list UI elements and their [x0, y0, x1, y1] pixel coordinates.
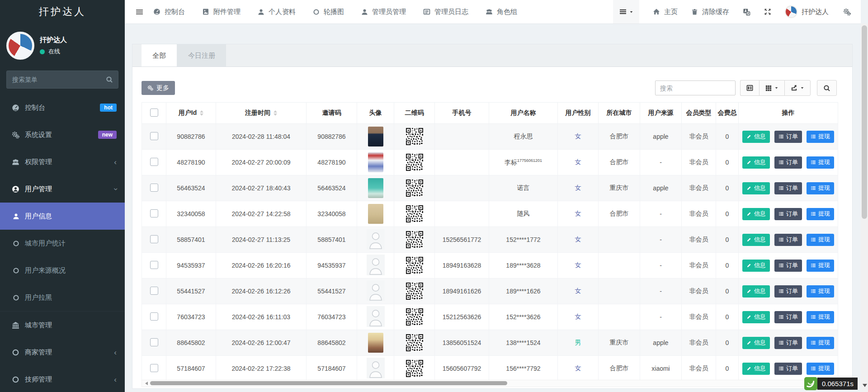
horizontal-scrollbar[interactable]	[142, 380, 838, 387]
withdraw-button[interactable]: 提现	[807, 208, 834, 220]
info-button[interactable]: 信息	[742, 285, 770, 298]
info-button[interactable]: 信息	[742, 131, 770, 143]
withdraw-button[interactable]: 提现	[807, 156, 834, 169]
table-search-input[interactable]	[655, 80, 736, 95]
sidebar-item-user-info[interactable]: 用户信息	[0, 203, 125, 230]
withdraw-button[interactable]: 提现	[807, 234, 834, 246]
row-checkbox[interactable]	[150, 312, 158, 321]
scroll-down-arrow-icon[interactable]	[863, 384, 867, 389]
default-avatar[interactable]	[367, 255, 385, 275]
qr-code[interactable]	[406, 154, 423, 171]
sidebar-item-user-blacklist[interactable]: 用户拉黑	[0, 284, 125, 311]
row-checkbox[interactable]	[150, 364, 158, 372]
vertical-scrollbar-thumb[interactable]	[862, 25, 867, 219]
sidebar-item-technician-management[interactable]: 技师管理 ‹	[0, 366, 125, 392]
col-register-time[interactable]: 注册时间	[216, 103, 307, 124]
sidebar-item-city-user-stats[interactable]: 城市用户统计	[0, 230, 125, 257]
row-checkbox[interactable]	[150, 261, 158, 269]
qr-code[interactable]	[406, 128, 423, 145]
nav-tabs-dropdown-button[interactable]	[613, 0, 639, 24]
orders-button[interactable]: 订单	[774, 208, 802, 220]
qr-code[interactable]	[406, 283, 423, 300]
orders-button[interactable]: 订单	[774, 131, 802, 143]
info-button[interactable]: 信息	[742, 260, 770, 272]
withdraw-button[interactable]: 提现	[807, 311, 834, 323]
nav-tab-attachments[interactable]: 附件管理	[202, 8, 241, 16]
info-button[interactable]: 信息	[742, 234, 770, 246]
avatar[interactable]	[368, 204, 383, 224]
orders-button[interactable]: 订单	[774, 311, 802, 323]
info-button[interactable]: 信息	[742, 156, 770, 169]
avatar[interactable]	[368, 178, 383, 198]
menu-search-input[interactable]	[6, 71, 118, 89]
qr-code[interactable]	[406, 179, 423, 197]
col-user-id[interactable]: 用户Id	[166, 103, 216, 124]
sidebar-item-permissions[interactable]: 权限管理 ‹	[0, 148, 125, 175]
row-checkbox[interactable]	[150, 209, 158, 217]
sidebar-item-city-management[interactable]: 城市管理	[0, 311, 125, 339]
row-checkbox[interactable]	[150, 338, 158, 346]
row-checkbox[interactable]	[150, 184, 158, 192]
withdraw-button[interactable]: 提现	[807, 337, 834, 349]
orders-button[interactable]: 订单	[774, 285, 802, 298]
orders-button[interactable]: 订单	[774, 234, 802, 246]
avatar[interactable]	[368, 152, 383, 172]
sidebar-item-user-source[interactable]: 用户来源概况	[0, 257, 125, 284]
row-checkbox[interactable]	[150, 235, 158, 243]
withdraw-button[interactable]: 提现	[807, 285, 834, 298]
columns-button[interactable]	[759, 80, 784, 96]
fullscreen-button[interactable]	[764, 8, 771, 15]
default-avatar[interactable]	[367, 280, 385, 301]
scroll-left-arrow-icon[interactable]	[143, 382, 148, 385]
avatar[interactable]	[368, 127, 383, 146]
settings-button[interactable]	[843, 8, 851, 16]
nav-tab-admin-log[interactable]: 管理员日志	[423, 8, 468, 16]
default-avatar[interactable]	[367, 229, 385, 250]
sort-icon[interactable]	[200, 109, 203, 118]
horizontal-scrollbar-thumb[interactable]	[150, 381, 507, 385]
qr-code[interactable]	[406, 205, 423, 222]
search-button[interactable]	[817, 80, 837, 96]
info-button[interactable]: 信息	[742, 311, 770, 323]
qr-code[interactable]	[406, 334, 423, 351]
info-button[interactable]: 信息	[742, 208, 770, 220]
sidebar-item-settings[interactable]: 系统设置 new	[0, 121, 125, 148]
orders-button[interactable]: 订单	[774, 260, 802, 272]
orders-button[interactable]: 订单	[774, 156, 802, 169]
row-checkbox[interactable]	[150, 158, 158, 166]
info-button[interactable]: 信息	[742, 182, 770, 194]
select-all-checkbox[interactable]	[150, 109, 158, 117]
withdraw-button[interactable]: 提现	[807, 131, 834, 143]
nav-tab-profile[interactable]: 个人资料	[258, 8, 296, 16]
vertical-scrollbar[interactable]	[861, 24, 868, 392]
nav-tab-carousel[interactable]: 轮播图	[313, 8, 344, 16]
withdraw-button[interactable]: 提现	[807, 182, 834, 194]
default-avatar[interactable]	[367, 306, 385, 327]
orders-button[interactable]: 订单	[774, 363, 802, 375]
sidebar-item-dashboard[interactable]: 控制台 hot	[0, 94, 125, 121]
info-button[interactable]: 信息	[742, 363, 770, 375]
sort-icon[interactable]	[274, 109, 277, 118]
tab-today-registered[interactable]: 今日注册	[177, 44, 226, 66]
row-checkbox[interactable]	[150, 287, 158, 295]
sidebar-toggle-button[interactable]	[125, 8, 153, 16]
row-checkbox[interactable]	[150, 132, 158, 140]
nav-tab-role-group[interactable]: 角色组	[486, 8, 517, 16]
clear-cache-button[interactable]: 清除缓存	[691, 8, 729, 16]
nav-tab-dashboard[interactable]: 控制台	[153, 8, 185, 16]
home-button[interactable]: 主页	[653, 8, 678, 16]
orders-button[interactable]: 订单	[774, 182, 802, 194]
sidebar-item-merchant-management[interactable]: 商家管理 ‹	[0, 339, 125, 366]
orders-button[interactable]: 订单	[774, 337, 802, 349]
default-avatar[interactable]	[367, 358, 385, 378]
more-button[interactable]: 更多	[142, 81, 175, 95]
avatar[interactable]	[368, 333, 383, 353]
withdraw-button[interactable]: 提现	[807, 260, 834, 272]
nav-tab-admin-management[interactable]: 管理员管理	[361, 8, 406, 16]
info-button[interactable]: 信息	[742, 337, 770, 349]
withdraw-button[interactable]: 提现	[807, 363, 834, 375]
account-menu[interactable]: 扞护达人	[785, 5, 829, 18]
qr-code[interactable]	[406, 360, 423, 377]
qr-code[interactable]	[406, 257, 423, 274]
export-button[interactable]	[784, 80, 811, 96]
